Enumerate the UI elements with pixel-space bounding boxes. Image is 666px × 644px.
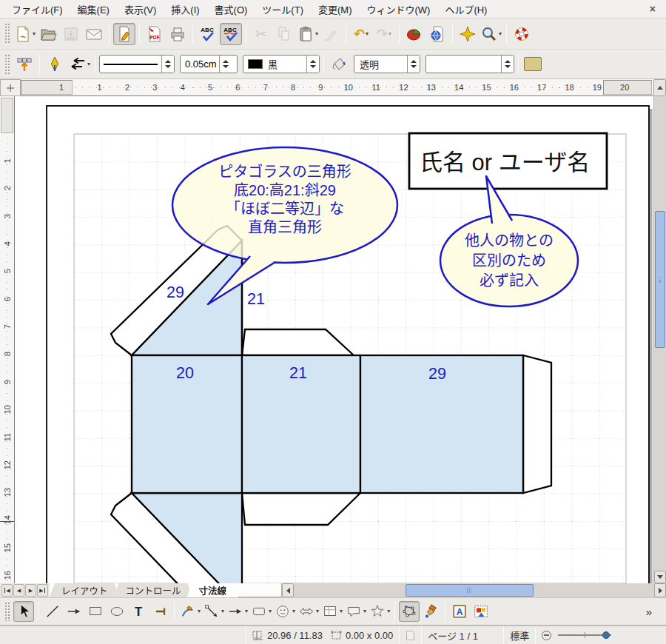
menu-item[interactable]: ツール(T)	[255, 0, 311, 18]
new-document-button[interactable]: ▾	[13, 23, 36, 45]
callouts-button[interactable]: ▾	[344, 601, 367, 622]
edit-points-button[interactable]	[399, 601, 420, 622]
vscroll-up-button[interactable]	[653, 79, 666, 96]
block-arrows-dropdown-caret[interactable]: ▾	[316, 608, 319, 614]
fill-color-spinner[interactable]	[501, 56, 514, 73]
block-arrows-button[interactable]: ▾	[297, 601, 320, 622]
line-color-spinner[interactable]	[306, 56, 319, 73]
page-style-cell[interactable]: 標準	[504, 628, 535, 643]
hyperlink-globe-button[interactable]	[426, 23, 448, 45]
help-button[interactable]	[511, 23, 533, 45]
cursor-position-cell[interactable]: 20.96 / 11.83 0.00 x 0.00	[246, 630, 399, 641]
name-box-text[interactable]: 氏名 or ユーザ名	[420, 150, 590, 175]
hscroll-track[interactable]	[294, 583, 654, 597]
horizontal-ruler[interactable]: 1 1234567891011121314151617181920	[21, 79, 653, 96]
tab-controls[interactable]: コントロール	[114, 583, 193, 597]
page-number-cell[interactable]: ページ 1 / 1	[422, 628, 503, 643]
edit-points-mode-button[interactable]	[13, 53, 36, 76]
menu-item[interactable]: 変更(M)	[311, 0, 360, 18]
navigator-button[interactable]	[457, 23, 479, 45]
tab-dimension-lines[interactable]: 寸法線	[187, 583, 239, 597]
name-box[interactable]: 氏名 or ユーザ名	[409, 133, 607, 189]
basic-shapes-button[interactable]: ▾	[249, 601, 272, 622]
flowchart-dropdown-caret[interactable]: ▾	[340, 608, 343, 614]
window-close-button[interactable]: ×	[644, 3, 662, 15]
chart-button[interactable]	[403, 23, 426, 45]
hscroll-right-button[interactable]	[654, 583, 666, 597]
first-tab-button[interactable]: ◀	[1, 584, 13, 597]
tab-layout[interactable]: レイアウト	[50, 583, 120, 597]
fill-style-select[interactable]: 透明	[354, 55, 420, 73]
menu-item[interactable]: ウィンドウ(W)	[359, 0, 437, 18]
curve-tool-button[interactable]: ▾	[178, 601, 201, 622]
vscroll-down-button[interactable]	[654, 571, 666, 583]
menu-item[interactable]: 表示(V)	[117, 0, 164, 18]
shadow-button[interactable]	[524, 57, 542, 71]
line-width-spinner[interactable]	[219, 56, 232, 73]
fill-style-spinner[interactable]	[407, 56, 420, 73]
open-button[interactable]	[37, 23, 59, 45]
stars-dropdown-caret[interactable]: ▾	[387, 608, 390, 614]
line-tool-button[interactable]	[42, 601, 63, 622]
drawing-canvas[interactable]: 氏名 or ユーザ名 ピタゴラスの三角形 底20:高21:斜29 「ほぼ二等辺」…	[15, 96, 653, 583]
zoom-slider-handle[interactable]	[602, 631, 610, 639]
auto-spellcheck-button[interactable]: ABC	[220, 23, 242, 45]
ruler-origin-button[interactable]	[0, 79, 21, 96]
vscroll-thumb[interactable]	[655, 211, 665, 348]
symbol-shapes-dropdown-caret[interactable]: ▾	[292, 608, 295, 614]
line-width-field[interactable]	[180, 55, 238, 73]
last-tab-button[interactable]: ▶	[37, 584, 48, 597]
print-button[interactable]	[166, 23, 189, 45]
zoom-slider-cell[interactable]	[536, 631, 620, 640]
toolbar-grip[interactable]	[4, 54, 10, 74]
select-tool-button[interactable]	[13, 601, 34, 622]
document-modified-cell[interactable]	[400, 630, 421, 641]
undo-button[interactable]: ↶ ▾	[350, 23, 372, 45]
lines-arrows-button[interactable]: ▾	[226, 601, 249, 622]
stars-button[interactable]: ▾	[368, 601, 391, 622]
toolbar-grip[interactable]	[4, 23, 10, 44]
arrow-tool-button[interactable]	[64, 601, 84, 622]
prev-tab-button[interactable]: ◀	[13, 584, 24, 597]
lines-arrows-dropdown-caret[interactable]: ▾	[245, 608, 248, 614]
line-width-input[interactable]	[181, 58, 219, 70]
arrowheads-button[interactable]: ▾	[67, 53, 91, 76]
email-button[interactable]	[83, 23, 105, 45]
horizontal-scrollbar[interactable]	[281, 583, 666, 597]
menu-item[interactable]: 挿入(I)	[164, 0, 206, 18]
text-tool-button[interactable]: T	[128, 601, 149, 622]
fontwork-button[interactable]: A	[449, 601, 470, 622]
symbol-shapes-button[interactable]: ▾	[273, 601, 296, 622]
insert-picture-button[interactable]	[471, 601, 491, 622]
zoom-out-button[interactable]	[542, 631, 551, 640]
line-color-select[interactable]: 黒	[243, 55, 320, 73]
glue-points-button[interactable]	[420, 601, 441, 622]
line-style-pen-button[interactable]	[44, 53, 66, 76]
vertical-scrollbar[interactable]	[653, 96, 666, 583]
paste-dropdown-caret[interactable]: ▾	[315, 31, 318, 37]
hscroll-thumb[interactable]	[406, 584, 534, 597]
zoom-button[interactable]: ▾	[480, 23, 502, 45]
curve-dropdown-caret[interactable]: ▾	[198, 608, 201, 614]
flowch art-button[interactable]: ▾	[320, 601, 343, 622]
vertical-ruler[interactable]: 12345678910111213141516	[0, 96, 15, 583]
new-dropdown-caret[interactable]: ▾	[33, 31, 36, 37]
next-tab-button[interactable]: ▶	[25, 584, 36, 597]
flap-right[interactable]	[523, 355, 551, 493]
fill-color-select[interactable]	[426, 55, 514, 73]
hscroll-left-button[interactable]	[282, 583, 294, 597]
menu-item[interactable]: ファイル(F)	[4, 0, 70, 18]
export-pdf-button[interactable]: PDF	[144, 23, 166, 45]
connector-dropdown-caret[interactable]: ▾	[221, 608, 224, 614]
toolbar-grip[interactable]	[4, 602, 10, 620]
menu-item[interactable]: 書式(O)	[207, 0, 255, 18]
toolbar-overflow-button[interactable]: »	[639, 601, 659, 622]
zoom-dropdown-caret[interactable]: ▾	[499, 31, 502, 37]
zoom-slider[interactable]	[558, 634, 611, 636]
undo-dropdown-caret[interactable]: ▾	[366, 31, 369, 37]
rectangle-tool-button[interactable]	[85, 601, 106, 622]
paste-button[interactable]: ▾	[296, 23, 319, 45]
menu-item[interactable]: ヘルプ(H)	[437, 0, 494, 18]
edit-file-button[interactable]	[113, 23, 135, 45]
vertical-text-tool-button[interactable]: T	[149, 601, 170, 622]
